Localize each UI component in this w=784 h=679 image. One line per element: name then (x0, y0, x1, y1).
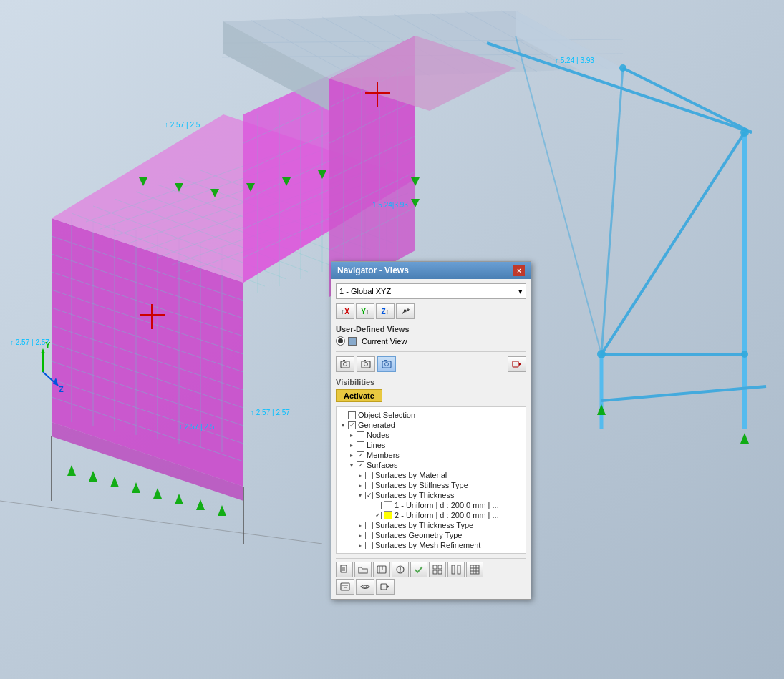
label-nodes: Nodes (367, 431, 389, 439)
label-surf-thickness: Surfaces by Thickness (375, 491, 454, 499)
tree-arrow-surf-thickness[interactable] (357, 492, 364, 499)
toolbar-btn-4[interactable] (392, 562, 409, 577)
label-surf-mesh-refinement: Surfaces by Mesh Refinement (375, 541, 480, 549)
toolbar-btn-check[interactable] (410, 562, 427, 577)
toolbar-btn-eye[interactable] (356, 579, 374, 595)
tree-item-surf-mesh-refinement[interactable]: Surfaces by Mesh Refinement (338, 540, 524, 550)
label-object-selection: Object Selection (358, 411, 415, 419)
tree-item-surfaces[interactable]: Surfaces (338, 460, 524, 470)
axis-btn-x[interactable]: ↑X (336, 303, 354, 319)
checkbox-surf-mesh-refinement[interactable] (365, 542, 373, 549)
tree-item-surf-thickness-type[interactable]: Surfaces by Thickness Type (338, 520, 524, 530)
tree-item-thickness-1[interactable]: 1 - Uniform | d : 200.0 mm | ... (338, 500, 524, 510)
checkbox-surf-material[interactable] (365, 472, 373, 479)
svg-rect-149 (452, 565, 455, 574)
label-generated: Generated (358, 421, 395, 429)
checkbox-surf-thickness-type[interactable] (365, 522, 373, 529)
svg-point-72 (740, 128, 749, 137)
user-defined-views-label: User-Defined Views (336, 325, 526, 333)
toolbar-btn-3[interactable] (373, 562, 390, 577)
axis-btn-y[interactable]: Y↑ (356, 303, 374, 319)
view-dropdown[interactable]: 1 - Global XYZ ▾ (336, 283, 526, 299)
tree-item-nodes[interactable]: Nodes (338, 430, 524, 440)
svg-point-73 (597, 350, 606, 358)
checkbox-surf-geometry-type[interactable] (365, 532, 373, 539)
toolbar-btn-col[interactable] (447, 562, 465, 577)
bottom-toolbar-row1 (336, 558, 526, 577)
checkbox-generated[interactable] (348, 421, 356, 429)
checkbox-object-selection[interactable] (348, 411, 356, 419)
visibilities-label: Visibilities (336, 378, 526, 386)
navigator-close-button[interactable]: × (513, 265, 525, 276)
tree-arrow-surf-mesh-refinement[interactable] (357, 542, 364, 549)
label-lines: Lines (367, 441, 385, 449)
checkbox-thickness-1[interactable] (374, 502, 382, 509)
checkbox-surf-thickness[interactable] (365, 492, 373, 499)
navigator-body: 1 - Global XYZ ▾ ↑X Y↑ Z↑ ↗* User-Define… (331, 279, 531, 599)
svg-rect-126 (343, 360, 345, 361)
navigator-title: Navigator - Views (337, 265, 409, 275)
camera-btn-2[interactable] (357, 356, 375, 372)
svg-rect-132 (384, 360, 387, 361)
current-view-option[interactable]: Current View (336, 336, 526, 346)
checkbox-surfaces[interactable] (357, 461, 364, 469)
svg-rect-129 (364, 360, 366, 361)
tree-arrow-surf-stiffness[interactable] (357, 482, 364, 489)
tree-arrow-surf-material[interactable] (357, 472, 364, 479)
toolbar-btn-new[interactable] (336, 562, 353, 577)
svg-text:1.5.24|3.93: 1.5.24|3.93 (372, 201, 408, 209)
axis-btn-z[interactable]: Z↑ (376, 303, 395, 319)
svg-marker-134 (519, 363, 521, 366)
current-view-radio[interactable] (336, 336, 345, 346)
axis-btn-iso[interactable]: ↗* (396, 303, 415, 319)
toolbar-btn-filter[interactable] (336, 579, 354, 595)
toolbar-btn-table[interactable] (466, 562, 483, 577)
camera-btn-3[interactable] (377, 356, 396, 372)
toolbar-btn-open[interactable] (354, 562, 372, 577)
view-dropdown-label: 1 - Global XYZ (339, 287, 391, 295)
checkbox-nodes[interactable] (357, 431, 364, 439)
tree-item-generated[interactable]: Generated (338, 420, 524, 430)
tree-arrow-members[interactable] (348, 451, 355, 459)
tree-arrow-nodes[interactable] (348, 431, 355, 439)
tree-item-members[interactable]: Members (338, 450, 524, 460)
checkbox-members[interactable] (357, 451, 364, 459)
tree-arrow-lines[interactable] (348, 441, 355, 449)
camera-record-btn[interactable] (508, 356, 526, 372)
camera-btn-1[interactable] (336, 356, 354, 372)
tree-item-surf-material[interactable]: Surfaces by Material (338, 470, 524, 480)
checkbox-surf-stiffness[interactable] (365, 482, 373, 489)
label-members: Members (367, 451, 400, 459)
swatch-thickness-2 (384, 511, 392, 519)
tree-item-surf-stiffness[interactable]: Surfaces by Stiffness Type (338, 480, 524, 490)
camera-icons (336, 356, 396, 372)
checkbox-lines[interactable] (357, 441, 364, 449)
tree-arrow-surfaces[interactable] (348, 461, 355, 469)
tree-arrow-surf-thickness-type[interactable] (357, 522, 364, 529)
tree-arrow-surf-geometry-type[interactable] (357, 532, 364, 539)
tree-item-surf-thickness[interactable]: Surfaces by Thickness (338, 490, 524, 500)
tree-container[interactable]: Object Selection Generated Nodes Lines (336, 406, 526, 554)
checkbox-thickness-2[interactable] (374, 512, 382, 519)
tree-arrow-generated[interactable] (339, 421, 347, 429)
label-thickness-1: 1 - Uniform | d : 200.0 mm | ... (395, 501, 499, 509)
navigator-titlebar: Navigator - Views × (331, 262, 531, 279)
svg-point-128 (364, 363, 368, 366)
label-surf-geometry-type: Surfaces Geometry Type (375, 531, 462, 539)
label-surf-thickness-type: Surfaces by Thickness Type (375, 521, 473, 529)
tree-item-object-selection[interactable]: Object Selection (338, 410, 524, 420)
tree-item-surf-geometry-type[interactable]: Surfaces Geometry Type (338, 530, 524, 540)
tree-item-lines[interactable]: Lines (338, 440, 524, 450)
svg-rect-145 (433, 565, 437, 569)
navigator-panel: Navigator - Views × 1 - Global XYZ ▾ ↑X … (331, 261, 531, 600)
axis-buttons-row: ↑X Y↑ Z↑ ↗* (336, 303, 526, 319)
svg-point-159 (364, 585, 367, 588)
svg-text:↑ 2.57 | 2.5: ↑ 2.57 | 2.5 (179, 423, 215, 431)
tree-item-thickness-2[interactable]: 2 - Uniform | d : 200.0 mm | ... (338, 510, 524, 520)
svg-point-75 (619, 64, 626, 72)
toolbar-btn-video[interactable] (376, 579, 395, 595)
toolbar-btn-grid[interactable] (429, 562, 446, 577)
activate-button[interactable]: Activate (336, 389, 382, 402)
svg-text:↑ 2.57 | 2.57: ↑ 2.57 | 2.57 (251, 409, 290, 416)
svg-point-131 (385, 363, 389, 366)
